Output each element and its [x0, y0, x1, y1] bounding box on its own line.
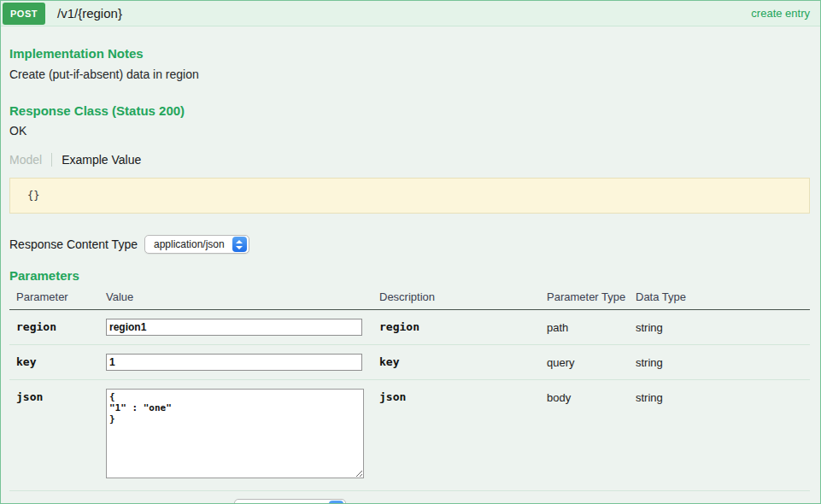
param-name: region	[9, 319, 99, 336]
operation-panel: POST /v1/{region} create entry Implement…	[0, 0, 821, 504]
col-header-value: Value	[99, 290, 372, 303]
operation-header[interactable]: POST /v1/{region} create entry	[1, 1, 820, 26]
table-header-row: Parameter Value Description Parameter Ty…	[9, 290, 810, 310]
parameter-content-type-select[interactable]: application/json	[234, 499, 346, 504]
col-header-description: Description	[372, 290, 540, 303]
response-content-type-selected: application/json	[154, 238, 225, 250]
region-value-input[interactable]	[106, 319, 362, 336]
col-header-parameter: Parameter	[9, 290, 99, 303]
chevron-down-icon	[236, 246, 243, 249]
table-row: json { "1" : "one" } json body string	[9, 380, 810, 491]
param-data-type: string	[629, 389, 810, 482]
col-header-parameter-type: Parameter Type	[540, 290, 629, 303]
implementation-notes-text: Create (put-if-absent) data in region	[9, 67, 810, 81]
tab-example-value[interactable]: Example Value	[52, 153, 141, 167]
http-method-badge[interactable]: POST	[3, 3, 45, 25]
table-row: key key query string	[9, 345, 810, 380]
param-data-type: string	[629, 354, 810, 371]
response-status-text: OK	[9, 124, 810, 138]
col-header-data-type: Data Type	[629, 290, 810, 303]
param-description: json	[372, 389, 540, 482]
json-body-textarea[interactable]: { "1" : "one" }	[106, 389, 364, 478]
parameters-table: Parameter Value Description Parameter Ty…	[9, 290, 810, 491]
example-value-box: {}	[9, 178, 810, 214]
param-name: key	[9, 354, 99, 371]
endpoint-path[interactable]: /v1/{region}	[57, 6, 122, 21]
response-content-type-label: Response Content Type	[9, 237, 138, 251]
key-value-input[interactable]	[106, 354, 362, 371]
param-description: key	[372, 354, 540, 371]
tab-model[interactable]: Model	[9, 153, 52, 167]
parameters-heading: Parameters	[9, 268, 810, 283]
response-content-type-select[interactable]: application/json	[144, 235, 249, 254]
param-name: json	[9, 389, 99, 482]
param-description: region	[372, 319, 540, 336]
chevron-up-icon	[236, 240, 243, 243]
param-type: path	[540, 319, 629, 336]
param-data-type: string	[629, 319, 810, 336]
param-type: query	[540, 354, 629, 371]
response-class-heading: Response Class (Status 200)	[9, 103, 810, 118]
select-stepper-icon	[329, 501, 343, 504]
create-entry-link[interactable]: create entry	[751, 7, 810, 20]
select-stepper-icon	[232, 237, 247, 252]
implementation-notes-heading: Implementation Notes	[9, 46, 810, 61]
param-type: body	[540, 389, 629, 482]
table-row: region region path string	[9, 310, 810, 345]
operation-content: Implementation Notes Create (put-if-abse…	[1, 46, 820, 504]
response-tabs: Model Example Value	[9, 153, 810, 167]
